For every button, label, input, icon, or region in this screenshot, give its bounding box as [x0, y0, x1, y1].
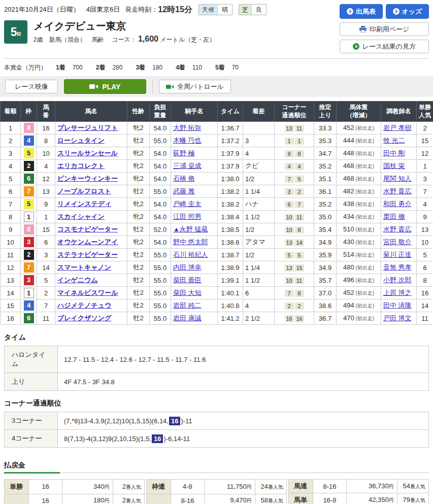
- horse-name-cell: プレサージュリフト: [55, 122, 127, 135]
- horse-link[interactable]: ハジメテノチュウ: [57, 301, 111, 309]
- trainer-link[interactable]: 菊川 正達: [383, 251, 412, 258]
- results-header-row: 着順枠馬番馬名性齢負担重量騎手名タイム着差コーナー通過順位推定上り馬体重（増減）…: [1, 102, 433, 122]
- trainer-link[interactable]: 栗田 徹: [383, 213, 405, 220]
- play-button[interactable]: PLAY: [64, 79, 146, 94]
- trainer-cell: 小野 次郎: [381, 274, 417, 287]
- trainer-link[interactable]: 尾関 知人: [383, 175, 412, 182]
- horse-link[interactable]: プレサージュリフト: [57, 124, 118, 131]
- jockey-link[interactable]: 木幡 巧也: [173, 137, 202, 144]
- horse-link[interactable]: コスモナビゲーター: [57, 225, 118, 233]
- finish-time: 1:41.2: [218, 312, 243, 325]
- sex-age: 牝2: [127, 173, 150, 185]
- yen-suffix: 円: [247, 498, 252, 503]
- horse-link[interactable]: スカイシャイン: [57, 213, 105, 220]
- trainer-link[interactable]: 国枝 栄: [383, 162, 405, 170]
- horse-link[interactable]: スマートキャノン: [57, 263, 111, 271]
- horse-link[interactable]: ステラナビゲーター: [57, 251, 118, 258]
- popularity-suffix: 番人気: [410, 497, 425, 503]
- finish-time: 1:39.1: [218, 274, 243, 287]
- horse-name-cell: ステラナビゲーター: [55, 249, 127, 261]
- prize-money-row: 本賞金（万円） 1着7002着2803着1804着1105着70: [4, 58, 429, 74]
- sex-age: 牝2: [127, 122, 150, 135]
- horse-link[interactable]: スリールサンセール: [57, 149, 118, 157]
- body-weight-note: (初出走): [354, 189, 374, 194]
- prize-amount: 70: [232, 64, 239, 71]
- trainer-link[interactable]: 水野 貴広: [383, 187, 412, 195]
- trainer-link[interactable]: 牧 光二: [383, 137, 405, 144]
- yen-suffix: 円: [389, 497, 394, 503]
- horse-link[interactable]: エリカコレクト: [57, 162, 105, 170]
- prize-item: 2着280: [96, 64, 123, 71]
- trainer-link[interactable]: 田中 剛: [383, 149, 405, 157]
- jockey-link[interactable]: 野中 悠太郎: [173, 238, 208, 246]
- jockey-cell: 武藤 雅: [171, 185, 218, 198]
- turf-condition-box: 芝 良: [239, 4, 267, 15]
- trainer-link[interactable]: 音無 秀孝: [383, 263, 412, 271]
- horse-number: 5: [37, 274, 55, 287]
- entries-button[interactable]: 出馬表: [340, 4, 383, 19]
- jockey-link[interactable]: 大野 拓弥: [173, 124, 202, 131]
- result-row: 1123ステラナビゲーター牡255.0石川 裕紀人1:38.71/25535.9…: [1, 249, 433, 261]
- sex-age: 牝2: [127, 236, 150, 249]
- jockey-link[interactable]: 荻野 極: [173, 149, 195, 157]
- trainer-link[interactable]: 岩戸 孝樹: [383, 124, 412, 131]
- jockey-link[interactable]: 三浦 皇成: [173, 162, 202, 170]
- trainer-link[interactable]: 和田 勇介: [383, 200, 412, 208]
- frame-badge: 2: [24, 250, 34, 260]
- jockey-link[interactable]: 内田 博幸: [173, 263, 202, 271]
- furlong-time-row: ハロンタイム 12.7 - 11.5 - 12.4 - 12.6 - 12.7 …: [5, 346, 429, 373]
- horse-link[interactable]: ピンキーウィンキー: [57, 175, 118, 182]
- jockey-link[interactable]: 柴田 善臣: [173, 276, 202, 284]
- result-row: 1816プレサージュリフト牝254.0大野 拓弥1:36.7131133.345…: [1, 122, 433, 135]
- race-title-row: 5 R メイクデビュー東京 2歳 新馬（混合） 馬齢 コース： 1,600 メー…: [4, 20, 340, 44]
- jockey-link[interactable]: ▲永野 猛蔵: [173, 225, 208, 233]
- race-conditions-text: 2歳 新馬（混合） 馬齢: [34, 36, 110, 43]
- frame-cell: 6: [21, 173, 37, 185]
- horse-number: 13: [37, 185, 55, 198]
- jockey-link[interactable]: 岩部 純二: [173, 301, 202, 309]
- jockey-link[interactable]: 石川 裕紀人: [173, 251, 208, 258]
- prize-items: 1着7002着2803着1804着1105着70: [56, 63, 252, 72]
- jockey-link[interactable]: 戸崎 圭太: [173, 200, 202, 208]
- jockey-cell: 三浦 皇成: [171, 160, 218, 173]
- trainer-link[interactable]: 戸田 博文: [383, 314, 412, 322]
- result-guide-button[interactable]: レース結果の見方: [340, 40, 429, 53]
- print-page-button[interactable]: 印刷用ページ: [340, 22, 429, 36]
- finish-time: 1:36.7: [218, 122, 243, 135]
- trainer-link[interactable]: 水野 貴広: [383, 225, 412, 233]
- horse-link[interactable]: リメインステディ: [57, 200, 111, 208]
- payout-title-rule: [4, 473, 429, 473]
- jockey-link[interactable]: 岩田 康誠: [173, 314, 202, 322]
- horse-link[interactable]: マイネルビスワール: [57, 289, 118, 296]
- odds-button[interactable]: オッズ: [386, 4, 429, 19]
- trainer-link[interactable]: 宮田 敬介: [383, 238, 412, 246]
- race-video-button[interactable]: レース映像: [5, 80, 58, 93]
- horse-link[interactable]: ブレイクザソング: [57, 314, 111, 322]
- patrol-video-button[interactable]: 全周パトロール: [159, 80, 231, 93]
- finish-position: 9: [1, 223, 21, 236]
- trainer-link[interactable]: 小野 次郎: [383, 276, 412, 284]
- trainer-cell: 岩戸 孝樹: [381, 122, 417, 135]
- jockey-link[interactable]: 武藤 雅: [173, 187, 195, 195]
- payout-popularity: 2番人気: [113, 480, 144, 494]
- bet-combination: 4-8: [171, 480, 204, 494]
- results-column-header: 着順: [1, 102, 21, 122]
- popularity-suffix: 番人気: [268, 498, 283, 503]
- horse-link[interactable]: ノーブルフロスト: [57, 187, 111, 195]
- horse-link[interactable]: インゲニウム: [57, 276, 98, 284]
- yen-suffix: 円: [105, 498, 110, 503]
- trainer-link[interactable]: 上原 博之: [383, 289, 412, 296]
- horse-link[interactable]: オウケンムーンアイ: [57, 238, 118, 246]
- horse-link[interactable]: ローシュタイン: [57, 137, 105, 144]
- jockey-link[interactable]: 江田 照男: [173, 213, 202, 220]
- horse-number: 2: [37, 287, 55, 299]
- payout-table: 枠連4-811,750円24番人気ワイド8-169,470円58番人気10-16…: [146, 479, 287, 504]
- jockey-link[interactable]: 石橋 脩: [173, 175, 195, 182]
- jockey-link[interactable]: 柴田 大知: [173, 289, 202, 296]
- body-weight: 482 (初出走): [337, 185, 381, 198]
- jockey-cell: 木幡 巧也: [171, 135, 218, 147]
- body-weight-note: (初出走): [354, 290, 374, 296]
- horse-name-cell: インゲニウム: [55, 274, 127, 287]
- result-row: 248ローシュタイン牡255.0木幡 巧也1:37.231135.3444 (初…: [1, 135, 433, 147]
- trainer-link[interactable]: 田中 清隆: [383, 301, 412, 309]
